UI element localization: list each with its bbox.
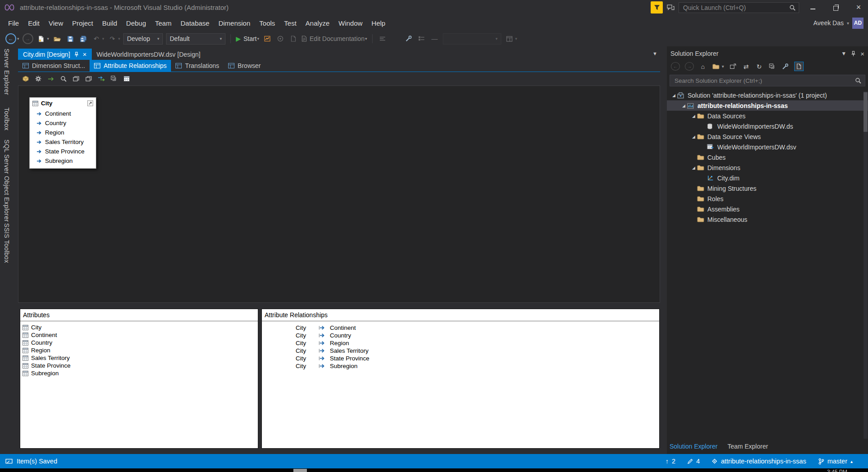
send-feedback-icon[interactable] <box>667 4 675 11</box>
navigate-forward-button[interactable]: → <box>22 33 33 44</box>
user-menu-caret-icon[interactable]: ▾ <box>847 21 849 26</box>
preview-selected-items-icon[interactable] <box>794 62 804 71</box>
uncommitted-edits-indicator[interactable]: 4 <box>687 458 700 465</box>
menu-dimension[interactable]: Dimension <box>214 15 255 31</box>
quick-launch-input[interactable] <box>682 4 789 12</box>
node-attribute-subregion[interactable]: Subregion <box>30 156 96 166</box>
taskbar-app-icon[interactable] <box>293 469 307 472</box>
open-file-button[interactable] <box>52 34 62 44</box>
process-cube-icon[interactable] <box>22 75 30 83</box>
window-position-caret-icon[interactable]: ▼ <box>841 50 846 57</box>
designer-tab-dimension-struct[interactable]: Dimension Struct... <box>18 60 90 72</box>
grid-icon[interactable] <box>122 75 130 83</box>
side-tab-sql-server-object-explorer[interactable]: SQL Server Object Explorer <box>3 139 10 222</box>
process-icon[interactable] <box>275 34 285 44</box>
search-icon[interactable] <box>789 4 796 11</box>
side-tab-toolbox[interactable]: Toolbox <box>3 108 10 130</box>
menu-test[interactable]: Test <box>279 15 301 31</box>
redo-button[interactable]: ↷ <box>108 34 117 44</box>
menu-build[interactable]: Build <box>98 15 121 31</box>
dimension-node-city[interactable]: City ContinentCountryRegionSales Territo… <box>29 97 96 169</box>
scrollbar-thumb[interactable] <box>864 92 868 132</box>
tree-item-wideworldimportersdw-ds[interactable]: WideWorldImportersDW.ds <box>667 121 868 131</box>
side-tab-ssis-toolbox[interactable]: SSIS Toolbox <box>3 223 10 263</box>
copy-window-icon[interactable] <box>85 75 93 83</box>
close-icon[interactable]: × <box>860 50 864 58</box>
expand-arrow-icon[interactable]: ◢ <box>670 93 677 98</box>
user-avatar[interactable]: AD <box>852 18 864 29</box>
forward-icon[interactable]: → <box>685 62 694 71</box>
document-icon[interactable] <box>288 34 298 44</box>
menu-edit[interactable]: Edit <box>23 15 44 31</box>
undo-caret-icon[interactable]: ▾ <box>102 36 104 41</box>
menu-help[interactable]: Help <box>367 15 390 31</box>
node-attribute-region[interactable]: Region <box>30 128 96 137</box>
tool-tab-team-explorer[interactable]: Team Explorer <box>728 443 768 450</box>
list-members-icon[interactable] <box>417 34 427 44</box>
tree-item-mining-structures[interactable]: Mining Structures <box>667 183 868 193</box>
design-surface[interactable]: City ContinentCountryRegionSales Territo… <box>18 85 660 303</box>
windows-taskbar[interactable]: 3:45 PM <box>0 468 868 472</box>
taskbar-clock[interactable]: 3:45 PM <box>827 469 847 472</box>
designer-tab-translations[interactable]: Translations <box>171 60 224 72</box>
dropdown-caret-icon[interactable]: ▾ <box>722 64 724 69</box>
attribute-item-continent[interactable]: Continent <box>20 331 258 339</box>
relationship-row-state-province[interactable]: CityState Province <box>262 355 659 362</box>
navigate-icon[interactable] <box>47 75 55 83</box>
navigate-back-button[interactable]: ← <box>5 33 16 44</box>
tree-item-cubes[interactable]: Cubes <box>667 152 868 162</box>
solution-search-input[interactable] <box>674 77 855 85</box>
align-list-icon[interactable] <box>378 34 387 44</box>
menu-analyze[interactable]: Analyze <box>301 15 334 31</box>
start-button[interactable]: ▶ Start ▾ <box>236 35 259 42</box>
new-item-button[interactable] <box>36 34 46 44</box>
tree-item-assemblies[interactable]: Assemblies <box>667 204 868 214</box>
solution-configuration-dropdown[interactable]: Develop ▾ <box>123 33 163 45</box>
node-attribute-country[interactable]: Country <box>30 118 96 128</box>
tree-item-wideworldimportersdw-dsv[interactable]: WideWorldImportersDW.dsv <box>667 142 868 152</box>
attribute-item-city[interactable]: City <box>20 324 258 331</box>
node-attribute-sales-territory[interactable]: Sales Territory <box>30 137 96 147</box>
relationship-row-region[interactable]: CityRegion <box>262 339 659 347</box>
close-button[interactable]: × <box>849 0 868 15</box>
edit-documentation-button[interactable]: Edit Documentation ▾ <box>301 35 367 42</box>
properties-icon[interactable] <box>781 62 789 71</box>
node-attribute-continent[interactable]: Continent <box>30 109 96 118</box>
node-attribute-state-province[interactable]: State Province <box>30 147 96 156</box>
menu-debug[interactable]: Debug <box>121 15 150 31</box>
save-all-button[interactable] <box>78 34 88 44</box>
navigate-back-caret-icon[interactable]: ▾ <box>17 36 19 41</box>
close-icon[interactable]: × <box>83 51 87 58</box>
relationship-row-country[interactable]: CityCountry <box>262 332 659 339</box>
menu-database[interactable]: Database <box>176 15 214 31</box>
tree-item-dimensions[interactable]: ◢Dimensions <box>667 162 868 173</box>
tab-list-caret-icon[interactable]: ▼ <box>652 51 657 56</box>
profiler-icon[interactable] <box>262 34 272 44</box>
pin-icon[interactable] <box>851 51 856 57</box>
expand-arrow-icon[interactable]: ◢ <box>690 135 697 139</box>
refresh-icon[interactable]: ↻ <box>755 62 763 71</box>
window-layout-icon[interactable] <box>504 34 514 44</box>
tree-item-solution-attribute-relationships-in-ssas[interactable]: ◢Solution 'attribute-relationships-in-ss… <box>667 90 868 100</box>
menu-view[interactable]: View <box>44 15 67 31</box>
back-icon[interactable]: ← <box>671 62 680 71</box>
relationship-row-subregion[interactable]: CitySubregion <box>262 362 659 370</box>
wrench-icon[interactable] <box>404 34 414 44</box>
feedback-icon[interactable] <box>651 1 663 13</box>
expand-node-icon[interactable] <box>87 100 93 106</box>
attribute-item-subregion[interactable]: Subregion <box>20 369 258 377</box>
menu-tools[interactable]: Tools <box>255 15 279 31</box>
expand-arrow-icon[interactable]: ◢ <box>690 166 697 170</box>
repository-indicator[interactable]: attribute-relationships-in-ssas <box>711 458 806 465</box>
dimension-node-header[interactable]: City <box>30 98 96 109</box>
designer-tab-attribute-relationships[interactable]: Attribute Relationships <box>90 60 171 72</box>
gear-icon[interactable] <box>34 75 42 83</box>
search-icon[interactable] <box>855 77 861 84</box>
arrange-shapes-icon[interactable] <box>110 75 118 83</box>
new-relationship-icon[interactable] <box>97 75 105 83</box>
relationship-row-sales-territory[interactable]: CitySales Territory <box>262 347 659 355</box>
side-tab-server-explorer[interactable]: Server Explorer <box>3 49 10 95</box>
collapse-all-icon[interactable] <box>768 62 776 71</box>
tree-item-roles[interactable]: Roles <box>667 193 868 204</box>
home-icon[interactable]: ⌂ <box>699 62 707 71</box>
